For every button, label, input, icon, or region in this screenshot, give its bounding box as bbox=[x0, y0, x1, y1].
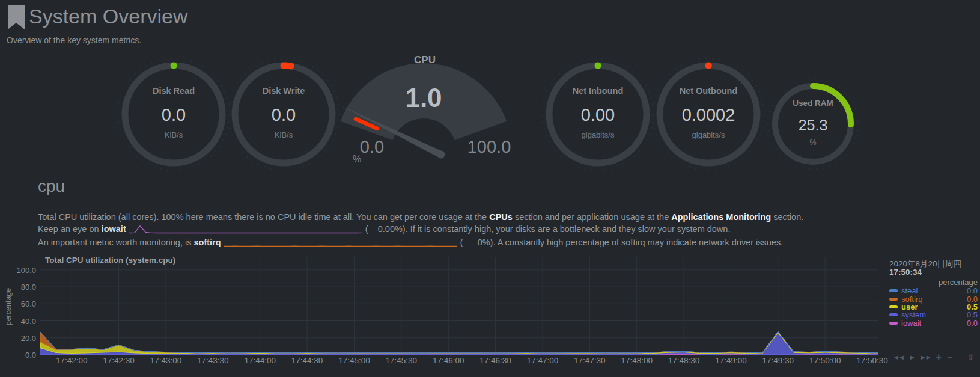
play-icon[interactable]: ► bbox=[909, 354, 915, 361]
bookmark-icon bbox=[7, 5, 25, 30]
cpu-gauge-value: 1.0 bbox=[379, 83, 469, 113]
legend-swatch bbox=[889, 298, 898, 301]
desc-text: ( 0.00%). If it is constantly high, your… bbox=[363, 224, 731, 234]
y-tick-label: 0.0 bbox=[5, 351, 36, 360]
gauge-value: 25.3 bbox=[765, 117, 861, 134]
chart-legend: steal0.0softirq0.0user0.5system0.5iowait… bbox=[889, 287, 978, 327]
desc-text: ( 0%). A constantly high percentage of s… bbox=[458, 238, 784, 247]
x-tick-label: 17:47:00 bbox=[519, 356, 567, 365]
x-tick-label: 17:50:30 bbox=[848, 356, 896, 365]
cpu-gauge-max: 100.0 bbox=[453, 137, 525, 157]
x-tick-label: 17:45:00 bbox=[330, 356, 378, 365]
x-tick-label: 17:47:30 bbox=[565, 356, 613, 365]
page-subtitle: Overview of the key system metrics. bbox=[7, 35, 141, 45]
x-tick-label: 17:42:00 bbox=[47, 356, 96, 365]
x-tick-label: 17:44:00 bbox=[236, 356, 284, 365]
x-tick-label: 17:43:30 bbox=[189, 356, 237, 365]
gauge-net-outbound[interactable]: Net Outbound 0.0002 gigabits/s bbox=[648, 54, 768, 174]
x-tick-label: 17:48:30 bbox=[660, 356, 708, 365]
cpu-gauge-title: CPU bbox=[395, 54, 455, 66]
desc-text: section and per application usage at the bbox=[513, 212, 671, 222]
legend-series-name: iowait bbox=[901, 319, 967, 328]
link-cpus[interactable]: CPUs bbox=[489, 212, 513, 222]
legend-row-iowait[interactable]: iowait0.0 bbox=[889, 319, 978, 327]
fast-forward-icon[interactable]: ►► bbox=[920, 354, 931, 361]
gauge-disk-read[interactable]: Disk Read 0.0 KiB/s bbox=[114, 54, 234, 174]
cpu-section-description: Total CPU utilization (all cores). 100% … bbox=[38, 212, 951, 251]
gauge-unit: % bbox=[765, 138, 861, 147]
desc-text: Total CPU utilization (all cores). 100% … bbox=[38, 212, 489, 222]
cpu-chart-plot[interactable] bbox=[40, 257, 878, 355]
x-tick-label: 17:46:30 bbox=[472, 356, 520, 365]
y-tick-label: 100.0 bbox=[5, 266, 36, 275]
x-tick-label: 17:46:00 bbox=[424, 356, 472, 365]
legend-row-softirq[interactable]: softirq0.0 bbox=[889, 295, 978, 302]
cpu-gauge-unit: % bbox=[345, 154, 369, 165]
x-tick-label: 17:49:30 bbox=[754, 356, 802, 365]
y-tick-label: 40.0 bbox=[5, 317, 36, 326]
gauge-used-ram[interactable]: Used RAM 25.3 % bbox=[765, 76, 861, 172]
legend-swatch bbox=[889, 322, 898, 325]
gauge-label: Net Inbound bbox=[538, 86, 658, 96]
legend-row-user[interactable]: user0.5 bbox=[889, 303, 978, 311]
x-tick-label: 17:42:30 bbox=[95, 356, 143, 365]
gauge-label: Net Outbound bbox=[648, 86, 768, 96]
legend-row-steal[interactable]: steal0.0 bbox=[889, 287, 978, 295]
gauge-unit: KiB/s bbox=[114, 130, 234, 139]
x-tick-label: 17:44:30 bbox=[283, 356, 331, 365]
desc-text: An important metric worth monitoring, is bbox=[38, 238, 193, 247]
desc-text: section. bbox=[771, 212, 803, 222]
chart-toolbar: ◄◄►►►+−⇕ bbox=[893, 352, 974, 363]
x-tick-label: 17:48:00 bbox=[613, 356, 661, 365]
legend-unit: percentage bbox=[889, 278, 978, 287]
y-tick-label: 60.0 bbox=[5, 299, 36, 308]
gauge-value: 0.00 bbox=[538, 105, 658, 125]
legend-swatch bbox=[889, 313, 898, 316]
resize-icon[interactable]: ⇕ bbox=[967, 353, 974, 362]
gauge-unit: gigabits/s bbox=[648, 130, 768, 139]
legend-time: 17:50:34 bbox=[889, 268, 922, 277]
legend-series-value: 0.0 bbox=[967, 319, 978, 328]
gauge-unit: gigabits/s bbox=[538, 130, 658, 139]
section-heading-cpu: cpu bbox=[38, 177, 65, 196]
rewind-icon[interactable]: ◄◄ bbox=[893, 354, 904, 361]
gauge-label: Disk Read bbox=[114, 86, 234, 96]
x-tick-label: 17:49:00 bbox=[707, 356, 755, 365]
gauge-value: 0.0 bbox=[114, 105, 234, 125]
y-tick-label: 80.0 bbox=[5, 283, 36, 292]
softirq-label: softirq bbox=[193, 238, 221, 247]
iowait-label: iowait bbox=[102, 224, 126, 234]
netdata-dashboard: System Overview Overview of the key syst… bbox=[0, 0, 980, 377]
gauge-net-inbound[interactable]: Net Inbound 0.00 gigabits/s bbox=[538, 54, 658, 174]
y-tick-label: 20.0 bbox=[5, 334, 36, 343]
gauge-value: 0.0002 bbox=[648, 105, 768, 125]
gauge-label: Used RAM bbox=[765, 99, 861, 108]
desc-text: Keep an eye on bbox=[38, 224, 102, 234]
x-tick-label: 17:43:00 bbox=[142, 356, 190, 365]
page-title: System Overview bbox=[29, 5, 188, 28]
legend-swatch bbox=[889, 289, 898, 292]
zoom-in-icon[interactable]: + bbox=[936, 352, 941, 363]
iowait-sparkline[interactable] bbox=[129, 224, 363, 238]
softirq-sparkline[interactable] bbox=[224, 237, 458, 251]
legend-row-system[interactable]: system0.5 bbox=[889, 311, 978, 319]
legend-swatch bbox=[889, 305, 898, 308]
link-applications-monitoring[interactable]: Applications Monitoring bbox=[671, 212, 771, 222]
zoom-out-icon[interactable]: − bbox=[947, 352, 952, 363]
x-tick-label: 17:50:00 bbox=[801, 356, 849, 365]
x-tick-label: 17:45:30 bbox=[377, 356, 425, 365]
